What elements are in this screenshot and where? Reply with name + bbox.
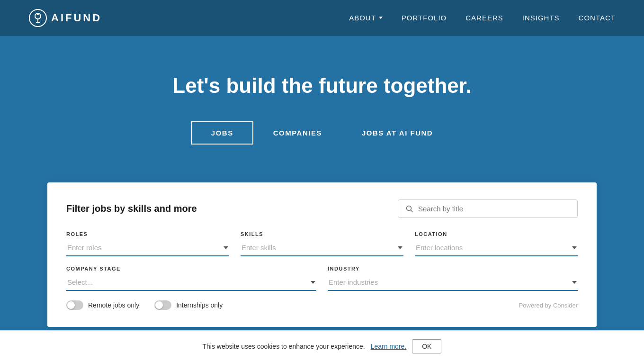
location-label: LOCATION bbox=[415, 231, 578, 237]
logo-icon bbox=[28, 9, 47, 27]
tab-companies[interactable]: COMPANIES bbox=[253, 121, 342, 145]
filter-header: Filter jobs by skills and more bbox=[66, 199, 578, 218]
svg-point-4 bbox=[37, 13, 39, 15]
skills-label: SKILLS bbox=[241, 231, 403, 237]
svg-line-6 bbox=[411, 210, 413, 212]
cookie-banner: This website uses cookies to enhance you… bbox=[0, 330, 644, 362]
tab-jobs-at-ai-fund[interactable]: JOBS AT AI FUND bbox=[342, 121, 453, 145]
search-input[interactable] bbox=[418, 205, 570, 213]
roles-label: ROLES bbox=[66, 231, 229, 237]
location-dropdown-arrow bbox=[572, 246, 577, 249]
remote-jobs-label: Remote jobs only bbox=[88, 301, 139, 309]
filter-row-1: ROLES Enter roles SKILLS Enter skills LO… bbox=[66, 231, 578, 256]
nav-item-about[interactable]: ABOUT bbox=[349, 14, 383, 22]
logo-text: AIFUND bbox=[51, 12, 102, 24]
remote-toggle-item: Remote jobs only bbox=[66, 300, 139, 310]
svg-point-0 bbox=[29, 9, 46, 27]
nav-links: ABOUT PORTFOLIO CAREERS INSIGHTS CONTACT bbox=[349, 14, 616, 22]
nav-item-contact[interactable]: CONTACT bbox=[579, 14, 616, 22]
logo[interactable]: AIFUND bbox=[28, 9, 102, 27]
cookie-ok-button[interactable]: OK bbox=[412, 339, 441, 353]
filter-row-2: COMPANY STAGE Select... INDUSTRY Enter i… bbox=[66, 266, 578, 291]
roles-select[interactable]: Enter roles bbox=[66, 240, 229, 256]
navbar: AIFUND ABOUT PORTFOLIO CAREERS INSIGHTS … bbox=[0, 0, 644, 36]
powered-by: Powered by Consider bbox=[519, 302, 578, 309]
cookie-message: This website uses cookies to enhance you… bbox=[203, 343, 365, 350]
hero-section: Let's build the future together. JOBS CO… bbox=[0, 36, 644, 192]
toggle-row: Remote jobs only Internships only Powere… bbox=[66, 300, 578, 310]
industry-dropdown-arrow bbox=[572, 281, 577, 284]
skills-dropdown-arrow bbox=[398, 246, 402, 249]
filter-title: Filter jobs by skills and more bbox=[66, 203, 197, 214]
chevron-down-icon bbox=[379, 17, 383, 19]
company-stage-dropdown-arrow bbox=[311, 281, 315, 284]
roles-placeholder: Enter roles bbox=[67, 244, 102, 252]
location-group: LOCATION Enter locations bbox=[415, 231, 578, 256]
search-icon bbox=[406, 205, 413, 213]
tab-jobs[interactable]: JOBS bbox=[191, 121, 253, 145]
skills-placeholder: Enter skills bbox=[242, 244, 276, 252]
hero-headline: Let's build the future together. bbox=[9, 74, 635, 98]
skills-group: SKILLS Enter skills bbox=[241, 231, 403, 256]
roles-group: ROLES Enter roles bbox=[66, 231, 229, 256]
skills-select[interactable]: Enter skills bbox=[241, 240, 403, 256]
nav-item-insights[interactable]: INSIGHTS bbox=[522, 14, 560, 22]
company-stage-label: COMPANY STAGE bbox=[66, 266, 316, 272]
internships-toggle-item: Internships only bbox=[154, 300, 223, 310]
industry-placeholder: Enter industries bbox=[329, 278, 378, 286]
company-stage-group: COMPANY STAGE Select... bbox=[66, 266, 316, 291]
nav-item-portfolio[interactable]: PORTFOLIO bbox=[402, 14, 447, 22]
industry-label: INDUSTRY bbox=[328, 266, 578, 272]
industry-select[interactable]: Enter industries bbox=[328, 274, 578, 291]
location-select[interactable]: Enter locations bbox=[415, 240, 578, 256]
company-stage-placeholder: Select... bbox=[67, 278, 93, 286]
location-placeholder: Enter locations bbox=[416, 244, 463, 252]
company-stage-select[interactable]: Select... bbox=[66, 274, 316, 291]
industry-group: INDUSTRY Enter industries bbox=[328, 266, 578, 291]
internships-label: Internships only bbox=[176, 301, 223, 309]
search-box[interactable] bbox=[398, 199, 578, 218]
roles-dropdown-arrow bbox=[224, 246, 228, 249]
filter-card: Filter jobs by skills and more ROLES Ent… bbox=[47, 182, 597, 327]
cookie-learn-more[interactable]: Learn more. bbox=[371, 343, 406, 350]
remote-jobs-toggle[interactable] bbox=[66, 300, 83, 310]
internships-toggle[interactable] bbox=[154, 300, 171, 310]
tab-group: JOBS COMPANIES JOBS AT AI FUND bbox=[9, 121, 635, 145]
nav-item-careers[interactable]: CAREERS bbox=[465, 14, 503, 22]
